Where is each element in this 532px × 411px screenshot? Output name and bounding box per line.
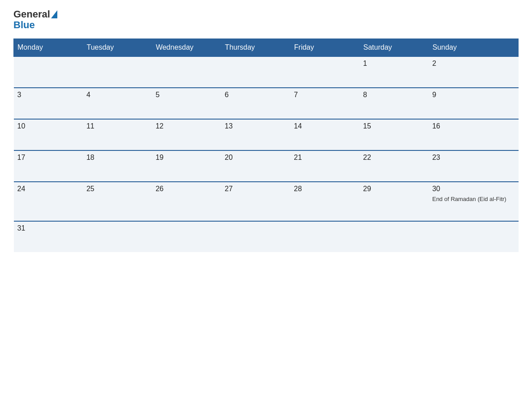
calendar-cell: 5 bbox=[152, 88, 221, 119]
calendar-cell: 13 bbox=[221, 119, 290, 150]
calendar-cell: 31 bbox=[14, 221, 83, 252]
calendar-cell: 25 bbox=[83, 182, 152, 221]
calendar-cell bbox=[221, 221, 290, 252]
calendar-cell bbox=[221, 56, 290, 88]
calendar-cell bbox=[152, 56, 221, 88]
calendar-cell: 10 bbox=[14, 119, 83, 150]
calendar-cell: 7 bbox=[290, 88, 359, 119]
day-event: End of Ramadan (Eid al-Fitr) bbox=[432, 196, 506, 202]
calendar-week-row: 24252627282930End of Ramadan (Eid al-Fit… bbox=[14, 182, 519, 221]
calendar-cell: 14 bbox=[290, 119, 359, 150]
calendar-cell: 22 bbox=[360, 150, 429, 182]
weekday-header-thursday: Thursday bbox=[221, 39, 290, 57]
day-number: 18 bbox=[86, 154, 148, 162]
day-number: 14 bbox=[294, 122, 356, 130]
calendar-cell bbox=[83, 56, 152, 88]
day-number: 16 bbox=[432, 122, 515, 130]
day-number: 3 bbox=[17, 91, 79, 99]
weekday-header-monday: Monday bbox=[14, 39, 83, 57]
calendar-cell: 2 bbox=[429, 56, 518, 88]
day-number: 30 bbox=[432, 185, 515, 193]
day-number: 17 bbox=[17, 154, 79, 162]
calendar-week-row: 10111213141516 bbox=[14, 119, 519, 150]
logo-general-text: General bbox=[13, 9, 50, 20]
calendar-cell: 1 bbox=[360, 56, 429, 88]
day-number: 28 bbox=[294, 185, 356, 193]
calendar-header-row: MondayTuesdayWednesdayThursdayFridaySatu… bbox=[14, 39, 519, 57]
calendar-cell: 28 bbox=[290, 182, 359, 221]
day-number: 12 bbox=[155, 122, 217, 130]
calendar-cell: 29 bbox=[360, 182, 429, 221]
day-number: 27 bbox=[225, 185, 287, 193]
day-number: 25 bbox=[86, 185, 148, 193]
day-number: 2 bbox=[432, 60, 515, 68]
calendar-cell: 12 bbox=[152, 119, 221, 150]
day-number: 24 bbox=[17, 185, 79, 193]
weekday-header-wednesday: Wednesday bbox=[152, 39, 221, 57]
day-number: 31 bbox=[17, 224, 79, 232]
day-number: 11 bbox=[86, 122, 148, 130]
calendar-week-row: 17181920212223 bbox=[14, 150, 519, 182]
day-number: 9 bbox=[432, 91, 515, 99]
day-number: 22 bbox=[363, 154, 425, 162]
calendar-week-row: 31 bbox=[14, 221, 519, 252]
calendar-table: MondayTuesdayWednesdayThursdayFridaySatu… bbox=[13, 39, 519, 252]
day-number: 26 bbox=[155, 185, 217, 193]
page-header: General Blue bbox=[13, 9, 519, 30]
calendar-cell: 30End of Ramadan (Eid al-Fitr) bbox=[429, 182, 518, 221]
calendar-cell: 16 bbox=[429, 119, 518, 150]
day-number: 8 bbox=[363, 91, 425, 99]
calendar-cell: 18 bbox=[83, 150, 152, 182]
calendar-cell: 19 bbox=[152, 150, 221, 182]
logo-triangle-icon bbox=[51, 10, 57, 18]
day-number: 15 bbox=[363, 122, 425, 130]
calendar-cell bbox=[290, 221, 359, 252]
day-number: 1 bbox=[363, 60, 425, 68]
calendar-cell: 27 bbox=[221, 182, 290, 221]
calendar-cell bbox=[152, 221, 221, 252]
calendar-cell: 17 bbox=[14, 150, 83, 182]
day-number: 5 bbox=[155, 91, 217, 99]
calendar-cell: 11 bbox=[83, 119, 152, 150]
day-number: 4 bbox=[86, 91, 148, 99]
calendar-cell: 26 bbox=[152, 182, 221, 221]
logo: General Blue bbox=[13, 9, 57, 30]
calendar-cell: 8 bbox=[360, 88, 429, 119]
day-number: 21 bbox=[294, 154, 356, 162]
calendar-week-row: 12 bbox=[14, 56, 519, 88]
calendar-cell: 21 bbox=[290, 150, 359, 182]
logo-blue-text: Blue bbox=[13, 20, 57, 30]
calendar-cell bbox=[429, 221, 518, 252]
calendar-cell bbox=[83, 221, 152, 252]
day-number: 20 bbox=[225, 154, 287, 162]
day-number: 29 bbox=[363, 185, 425, 193]
calendar-cell: 24 bbox=[14, 182, 83, 221]
weekday-header-friday: Friday bbox=[290, 39, 359, 57]
calendar-week-row: 3456789 bbox=[14, 88, 519, 119]
calendar-cell: 15 bbox=[360, 119, 429, 150]
weekday-header-sunday: Sunday bbox=[429, 39, 518, 57]
calendar-cell: 9 bbox=[429, 88, 518, 119]
weekday-header-tuesday: Tuesday bbox=[83, 39, 152, 57]
calendar-cell bbox=[360, 221, 429, 252]
calendar-cell: 20 bbox=[221, 150, 290, 182]
day-number: 10 bbox=[17, 122, 79, 130]
weekday-header-saturday: Saturday bbox=[360, 39, 429, 57]
day-number: 7 bbox=[294, 91, 356, 99]
day-number: 19 bbox=[155, 154, 217, 162]
calendar-cell: 6 bbox=[221, 88, 290, 119]
calendar-cell bbox=[290, 56, 359, 88]
day-number: 13 bbox=[225, 122, 287, 130]
calendar-cell bbox=[14, 56, 83, 88]
calendar-cell: 3 bbox=[14, 88, 83, 119]
day-number: 23 bbox=[432, 154, 515, 162]
calendar-cell: 23 bbox=[429, 150, 518, 182]
day-number: 6 bbox=[225, 91, 287, 99]
calendar-cell: 4 bbox=[83, 88, 152, 119]
